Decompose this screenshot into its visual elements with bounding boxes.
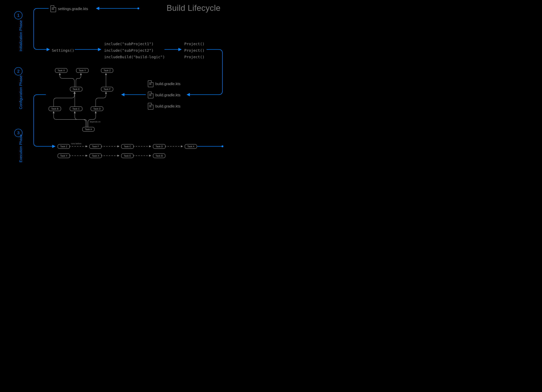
settings-call: Settings() <box>52 47 74 54</box>
svg-point-6 <box>222 145 223 147</box>
file-icon <box>148 92 153 98</box>
exec-task-z: Task Z <box>58 144 70 149</box>
exec-task-x: Task X <box>89 154 102 158</box>
exec-task-c: Task C <box>121 144 134 149</box>
file-icon <box>148 80 153 87</box>
project-list: Project() Project() Project() <box>184 41 205 60</box>
exec-task-y: Task Y <box>58 154 70 158</box>
phase-3-label: Execution Phase <box>19 134 23 162</box>
task-a-node: Task A <box>82 127 95 132</box>
exec-task-b: Task B <box>153 154 165 158</box>
file-icon <box>50 5 56 12</box>
task-e-node: Task E <box>70 87 82 91</box>
task-c-node: Task C <box>70 106 82 111</box>
task-d-node: Task D <box>91 106 103 111</box>
build-file-3: build.gradle.kts <box>148 103 180 110</box>
phase-2-label: Configuration Phase <box>19 75 23 109</box>
exec-task-a: Task A <box>185 144 197 149</box>
exec-task-e: Task E <box>121 154 134 158</box>
task-x-node: Task X <box>55 68 67 73</box>
build-file-1: build.gradle.kts <box>148 80 180 87</box>
exec-task-d: Task D <box>153 144 166 149</box>
task-y-node: Task Y <box>76 68 89 73</box>
phase-1-label: Initialization Phase <box>19 20 23 51</box>
phase-2-badge: 2 <box>14 67 22 75</box>
include-block: include("subProject1") include("subProje… <box>104 41 165 60</box>
depends-on-label: depends on <box>90 121 101 123</box>
phase-1-badge: 1 <box>14 11 22 19</box>
connector-layer <box>0 0 235 170</box>
task-z-node: Task Z <box>101 68 113 73</box>
settings-file-label: settings.gradle.kts <box>58 7 88 11</box>
svg-point-0 <box>137 7 139 9</box>
page-title: Build Lifecycle <box>167 3 221 13</box>
runs-before-label: runs before <box>71 143 81 145</box>
task-f-node: Task F <box>101 87 113 91</box>
settings-file: settings.gradle.kts <box>50 5 88 12</box>
exec-task-f: Task F <box>89 144 102 149</box>
file-icon <box>148 103 153 110</box>
build-file-2: build.gradle.kts <box>148 92 180 98</box>
task-b-node: Task B <box>49 106 61 111</box>
